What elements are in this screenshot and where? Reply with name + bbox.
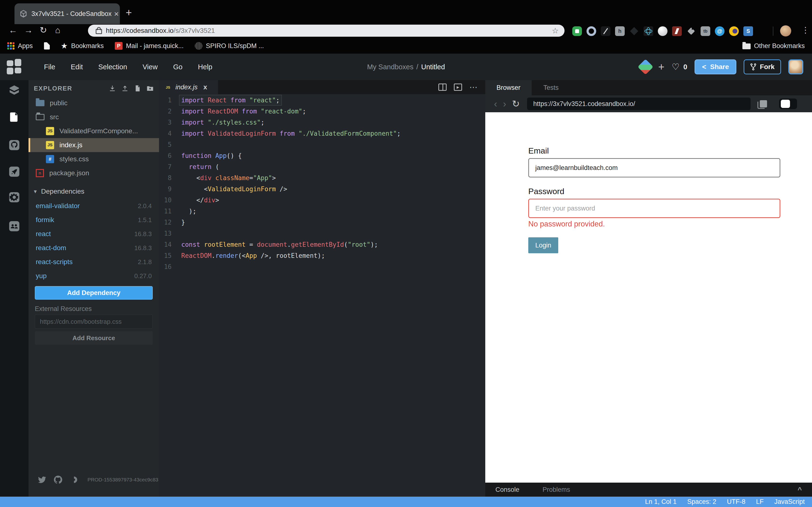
menu-help[interactable]: Help xyxy=(190,63,220,71)
code-line[interactable]: 9 <ValidatedLoginForm /> xyxy=(159,183,485,194)
flash-extension-icon[interactable] xyxy=(672,26,682,36)
react-extension-icon[interactable] xyxy=(644,26,653,36)
cursor-position[interactable]: Ln 1, Col 1 xyxy=(645,498,677,506)
menu-edit[interactable]: Edit xyxy=(63,63,91,71)
file-row-indexjs[interactable]: JS index.js xyxy=(29,138,159,152)
code-line[interactable]: 16 xyxy=(159,261,485,272)
chrome-profile-avatar[interactable] xyxy=(780,25,791,37)
twitter-icon[interactable] xyxy=(37,475,47,485)
pen-extension-icon[interactable] xyxy=(601,26,610,36)
dependency-name[interactable]: react-scripts xyxy=(36,258,72,266)
email-field[interactable]: james@learnbuildteach.com xyxy=(528,158,780,177)
file-row-stylescss[interactable]: # styles.css xyxy=(29,152,159,166)
explorer-icon[interactable] xyxy=(0,109,29,125)
moon-extension-icon[interactable] xyxy=(729,26,739,36)
new-tab-button[interactable]: + xyxy=(126,7,132,18)
code-line[interactable]: 11 ); xyxy=(159,206,485,217)
file-row-src[interactable]: src xyxy=(29,110,159,124)
s-extension-icon[interactable]: S xyxy=(743,26,753,36)
tab-close-icon[interactable]: x xyxy=(203,83,207,91)
menu-go[interactable]: Go xyxy=(165,63,190,71)
language-mode[interactable]: JavaScript xyxy=(774,498,805,506)
reload-icon[interactable]: ↻ xyxy=(40,25,47,35)
spectrum-icon[interactable] xyxy=(69,475,79,485)
donut-extension-icon[interactable] xyxy=(587,26,596,36)
address-bar[interactable]: https://codesandbox.io/s/3x7vlv3521 ☆ xyxy=(88,24,564,37)
github-footer-icon[interactable] xyxy=(53,475,63,485)
new-file-icon[interactable] xyxy=(134,85,141,92)
new-folder-icon[interactable] xyxy=(146,85,154,92)
login-button[interactable]: Login xyxy=(528,237,558,253)
code-line[interactable]: 13 xyxy=(159,228,485,239)
code-line[interactable]: 4import ValidatedLoginForm from "./Valid… xyxy=(159,128,485,139)
thumb-extension-icon[interactable] xyxy=(572,26,582,36)
h-extension-icon[interactable]: h xyxy=(615,26,625,36)
code-line[interactable]: 3import "./styles.css"; xyxy=(159,117,485,128)
download-sandbox-icon[interactable] xyxy=(109,85,116,92)
encoding[interactable]: UTF-8 xyxy=(727,498,746,506)
code-line[interactable]: 5 xyxy=(159,139,485,150)
deployment-rocket-icon[interactable] xyxy=(0,163,29,180)
dependency-row[interactable]: formik 1.5.1 xyxy=(29,213,159,227)
code-line[interactable]: 8 <div className="App"> xyxy=(159,172,485,183)
file-row-packagejson[interactable]: n package.json xyxy=(29,166,159,180)
dependency-row[interactable]: email-validator 2.0.4 xyxy=(29,199,159,213)
forward-icon[interactable]: → xyxy=(24,25,33,35)
chrome-menu-icon[interactable]: ⋮ xyxy=(801,25,810,35)
code-line[interactable]: 7 return ( xyxy=(159,161,485,172)
tab-tests[interactable]: Tests xyxy=(532,80,570,95)
add-resource-button[interactable]: Add Resource xyxy=(35,331,153,345)
file-row-validatedform[interactable]: JS ValidatedFormCompone... xyxy=(29,124,159,138)
tb-extension-icon[interactable]: tb xyxy=(701,26,710,36)
sphere-extension-icon[interactable] xyxy=(658,26,667,36)
tab-problems[interactable]: Problems xyxy=(543,486,570,494)
dependency-name[interactable]: react xyxy=(36,230,51,238)
preview-reload-icon[interactable]: ↻ xyxy=(512,99,520,108)
file-row-public[interactable]: public xyxy=(29,96,159,110)
preview-back-icon[interactable]: ‹ xyxy=(494,99,497,109)
editor-tab-indexjs[interactable]: JS index.js x xyxy=(159,80,218,94)
at-extension-icon[interactable]: @ xyxy=(715,26,724,36)
heart-icon[interactable]: ♡ xyxy=(672,62,679,72)
breadcrumb-parent[interactable]: My Sandboxes xyxy=(367,63,413,71)
codesandbox-logo[interactable] xyxy=(7,59,22,74)
live-collaboration-icon[interactable] xyxy=(0,218,29,235)
bookmark-star-icon[interactable]: ☆ xyxy=(552,26,559,35)
upload-sandbox-icon[interactable] xyxy=(121,85,129,92)
code-line[interactable]: 1import React from "react"; xyxy=(159,95,485,106)
dependency-row[interactable]: yup 0.27.0 xyxy=(29,269,159,283)
bookmark-folder-bookmarks[interactable]: ★ Bookmarks xyxy=(61,41,104,50)
dependency-name[interactable]: formik xyxy=(36,216,54,224)
responsive-toggle[interactable] xyxy=(779,99,797,109)
share-button[interactable]: < Share xyxy=(695,59,737,74)
split-view-icon[interactable] xyxy=(439,83,447,91)
tab-close-icon[interactable]: × xyxy=(114,9,119,18)
template-icon[interactable] xyxy=(638,59,653,74)
preview-url-bar[interactable]: https://3x7vlv3521.codesandbox.io/ xyxy=(527,98,751,110)
eol-type[interactable]: LF xyxy=(756,498,764,506)
sandbox-info-icon[interactable] xyxy=(0,81,29,99)
code-line[interactable]: 10 </div> xyxy=(159,194,485,206)
tab-console[interactable]: Console xyxy=(495,486,519,494)
tag-extension-icon[interactable] xyxy=(686,26,696,36)
expand-console-icon[interactable]: ^ xyxy=(798,486,802,494)
code-line[interactable]: 14const rootElement = document.getElemen… xyxy=(159,239,485,250)
settings-gear-icon[interactable] xyxy=(0,189,29,206)
add-icon[interactable]: + xyxy=(658,61,665,73)
bookmark-spiro[interactable]: SPIRO ILS/spDM ... xyxy=(195,42,264,50)
dependencies-header[interactable]: ▾ Dependencies xyxy=(34,185,155,198)
user-avatar[interactable] xyxy=(788,59,803,74)
dependency-name[interactable]: email-validator xyxy=(36,202,80,210)
code-line[interactable]: 15ReactDOM.render(<App />, rootElement); xyxy=(159,250,485,261)
open-in-new-window-icon[interactable] xyxy=(760,100,767,107)
add-dependency-button[interactable]: Add Dependency xyxy=(35,286,153,300)
back-icon[interactable]: ← xyxy=(9,25,17,35)
diamond-extension-icon[interactable] xyxy=(629,26,639,36)
resource-url-input[interactable]: https://cdn.com/bootstrap.css xyxy=(35,315,153,329)
menu-file[interactable]: File xyxy=(36,63,63,71)
dependency-row[interactable]: react 16.8.3 xyxy=(29,227,159,241)
bookmark-mail[interactable]: P Mail - james.quick... xyxy=(115,42,184,50)
home-icon[interactable]: ⌂ xyxy=(55,25,60,35)
breadcrumb-current[interactable]: Untitled xyxy=(421,63,445,71)
code-area[interactable]: 1import React from "react";2import React… xyxy=(159,95,485,272)
